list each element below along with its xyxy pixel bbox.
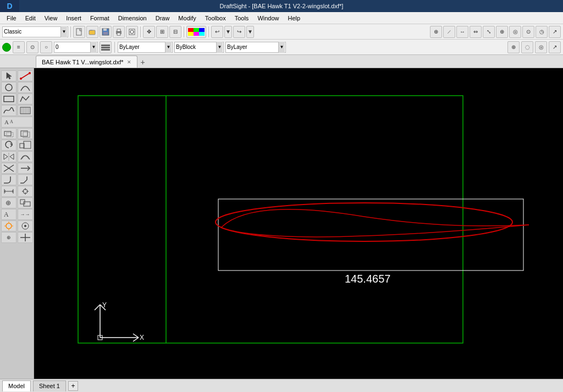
scale-tool[interactable] <box>18 140 33 151</box>
tab-add-button[interactable]: + <box>137 57 148 68</box>
menu-edit[interactable]: Edit <box>21 14 40 23</box>
view-btn1[interactable]: ⊕ <box>507 41 520 53</box>
snap-btn5[interactable]: ⤡ <box>483 26 495 38</box>
status-add-tab[interactable]: + <box>68 381 78 391</box>
color-picker-button[interactable] <box>186 26 206 38</box>
rotate-tool[interactable] <box>1 140 16 151</box>
line-tool[interactable] <box>18 70 33 81</box>
snap-btn1[interactable]: ⊕ <box>430 26 442 38</box>
redo-button[interactable]: ↪ <box>233 26 245 38</box>
layer-isolate-btn[interactable]: ○ <box>40 41 52 53</box>
workspace-combo-arrow[interactable]: ▼ <box>60 26 67 37</box>
layer-dropdown[interactable]: ByLayer <box>118 44 165 50</box>
menu-modify[interactable]: Modify <box>174 14 200 23</box>
workspace-input[interactable]: Classic <box>3 29 60 35</box>
layer-state-btn[interactable]: ⊙ <box>26 41 38 53</box>
layer-prop-btn[interactable]: ≡ <box>13 41 25 53</box>
multisnap-tool[interactable]: ⊕ <box>1 232 16 243</box>
menu-file[interactable]: File <box>2 14 21 23</box>
mirror-tool[interactable] <box>1 151 16 162</box>
select-tool[interactable] <box>1 70 16 81</box>
new-button[interactable] <box>73 26 85 38</box>
snap-btn4[interactable]: ⇔ <box>470 26 482 38</box>
menu-window[interactable]: Window <box>253 14 283 23</box>
trim-tool[interactable] <box>1 163 16 174</box>
color-dropdown[interactable]: ByBlock <box>175 44 216 50</box>
redo-dropdown[interactable]: ▼ <box>246 26 254 38</box>
menu-help[interactable]: Help <box>284 14 305 23</box>
menu-draw[interactable]: Draw <box>151 14 174 23</box>
menu-tools[interactable]: Tools <box>230 14 253 23</box>
chamfer-tool[interactable] <box>18 174 33 185</box>
arc-tool[interactable] <box>18 82 33 93</box>
dim-linear-tool[interactable] <box>1 186 16 197</box>
view-btn2[interactable]: ◌ <box>521 41 533 53</box>
rectangle-tool[interactable] <box>1 93 16 104</box>
snap-tool[interactable] <box>18 186 33 197</box>
snap-settings-tool[interactable] <box>18 220 33 231</box>
status-tab-model[interactable]: Model <box>2 380 31 391</box>
polyline-tool[interactable] <box>18 93 33 104</box>
text-tool[interactable]: AA <box>1 117 33 128</box>
color-dropdown-wrap[interactable]: ByBlock ▼ <box>174 42 224 53</box>
coord-input[interactable]: 0 <box>54 44 90 50</box>
print-preview-button[interactable] <box>126 26 138 38</box>
copy-tool[interactable] <box>18 128 33 139</box>
extend-tool[interactable] <box>18 163 33 174</box>
tab-label: BAE Hawk T1 V...wingslot.dxf* <box>42 59 124 65</box>
snap-btn7[interactable]: ◎ <box>509 26 521 38</box>
tab-drawing[interactable]: BAE Hawk T1 V...wingslot.dxf* ✕ <box>36 56 137 68</box>
linetype-dropdown[interactable]: ByLayer <box>226 44 278 50</box>
ortho-tool[interactable] <box>18 232 33 243</box>
svg-rect-7 <box>117 33 120 35</box>
undo-button[interactable]: ↩ <box>211 26 223 38</box>
snap-btn2[interactable]: ⟋ <box>443 26 455 38</box>
canvas-area[interactable]: 145.4657 Y X <box>34 68 563 379</box>
status-tab-sheet1[interactable]: Sheet 1 <box>33 380 66 391</box>
menu-format[interactable]: Format <box>86 14 114 23</box>
circle-tool[interactable] <box>1 82 16 93</box>
spline-tool[interactable] <box>1 105 16 116</box>
coord-combo-arrow[interactable]: ▼ <box>90 42 97 53</box>
save-button[interactable] <box>100 26 112 38</box>
fillet-tool[interactable] <box>1 174 16 185</box>
menu-dimension[interactable]: Dimension <box>114 14 151 23</box>
snap-btn10[interactable]: ↗ <box>549 26 561 38</box>
move-tool[interactable] <box>1 128 16 139</box>
snap-btn6[interactable]: ⊕ <box>496 26 508 38</box>
pan-button[interactable]: ✥ <box>143 26 155 38</box>
layer-dropdown-wrap[interactable]: ByLayer ▼ <box>118 42 173 53</box>
snap-btn8[interactable]: ⊙ <box>522 26 534 38</box>
menu-insert[interactable]: Insert <box>62 14 86 23</box>
linetype-dropdown-wrap[interactable]: ByLayer ▼ <box>225 42 286 53</box>
coord-input-wrap[interactable]: 0 ▼ <box>54 42 98 53</box>
linetype-dropdown-arrow[interactable]: ▼ <box>278 42 285 53</box>
block-tool[interactable] <box>18 197 33 208</box>
undo-dropdown[interactable]: ▼ <box>224 26 232 38</box>
menu-bar: File Edit View Insert Format Dimension D… <box>0 12 563 24</box>
view-btn4[interactable]: ↗ <box>549 41 561 53</box>
svg-rect-68 <box>78 96 463 343</box>
menu-view[interactable]: View <box>40 14 62 23</box>
text-mline-tool[interactable]: A <box>1 209 16 220</box>
snap-btn3[interactable]: ↔ <box>456 26 468 38</box>
view-btn3[interactable]: ◎ <box>535 41 547 53</box>
tab-close-button[interactable]: ✕ <box>127 59 131 65</box>
layer-mgr-btn[interactable] <box>100 41 112 53</box>
hatch-tool[interactable] <box>18 105 33 116</box>
snap-btn9[interactable]: ◷ <box>536 26 548 38</box>
print-button[interactable] <box>113 26 125 38</box>
explode-tool[interactable] <box>1 220 16 231</box>
grip-move-tool[interactable]: ⊕ <box>1 197 16 208</box>
menu-toolbox[interactable]: Toolbox <box>201 14 230 23</box>
layer-dropdown-arrow[interactable]: ▼ <box>165 42 172 53</box>
zoom-all-button[interactable]: ⊞ <box>156 26 168 38</box>
color-dropdown-arrow[interactable]: ▼ <box>216 42 223 53</box>
move2-tool[interactable]: →→ <box>18 209 33 220</box>
offset-tool[interactable] <box>18 151 33 162</box>
open-button[interactable] <box>86 26 98 38</box>
sep3 <box>184 26 184 37</box>
workspace-combo[interactable]: Classic ▼ <box>2 26 68 37</box>
zoom-window-button[interactable]: ⊟ <box>169 26 181 38</box>
svg-text:145.4657: 145.4657 <box>345 273 390 285</box>
